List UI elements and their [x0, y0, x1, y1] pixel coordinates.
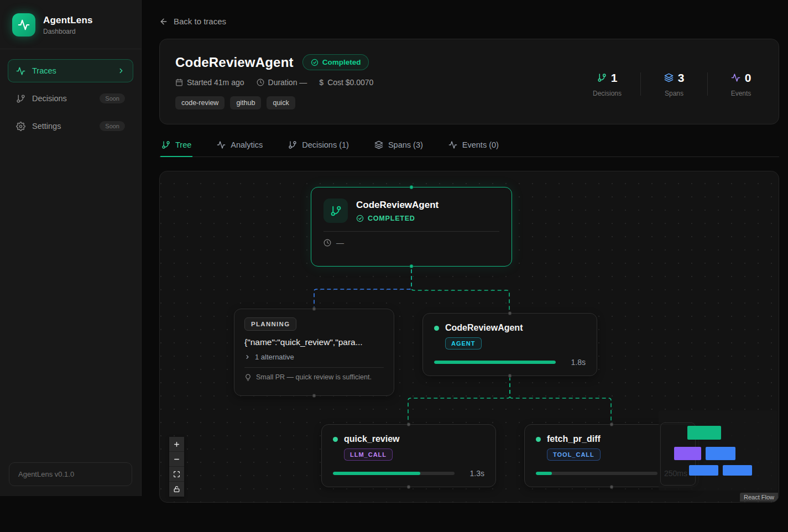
back-to-traces-link[interactable]: Back to traces	[159, 17, 226, 26]
node-status: COMPLETED	[356, 215, 439, 222]
node-title: quick_review	[344, 434, 400, 444]
activity-icon	[217, 140, 226, 149]
sidebar-item-traces[interactable]: Traces	[8, 59, 133, 82]
duration-bar-track	[434, 361, 556, 364]
node-title: fetch_pr_diff	[547, 434, 601, 444]
zoom-out-button[interactable]	[169, 452, 184, 467]
minimap-node-llm	[689, 465, 718, 476]
tab-analytics[interactable]: Analytics	[216, 137, 264, 157]
span-duration: 1.3s	[461, 469, 484, 478]
span-type-badge: LLM_CALL	[344, 448, 393, 461]
stat-value: 1	[611, 71, 618, 85]
fit-view-icon	[173, 471, 180, 478]
node-handle	[410, 185, 414, 189]
duration-bar-track	[536, 472, 657, 475]
trace-meta: Started 41m ago Duration — $ Cost $0.007…	[175, 78, 373, 87]
soon-badge: Soon	[100, 93, 125, 103]
unlock-icon	[173, 486, 180, 493]
node-root-agent[interactable]: CodeReviewAgent COMPLETED —	[311, 187, 512, 267]
tag: github	[230, 96, 261, 109]
duration-bar-fill	[333, 472, 420, 475]
tag: quick	[267, 96, 295, 109]
layers-icon	[374, 140, 383, 149]
span-type-badge: AGENT	[445, 337, 482, 350]
calendar-icon	[175, 79, 183, 86]
node-planning-decision[interactable]: PLANNING {"name":"quick_review","para...…	[234, 309, 394, 396]
tab-decisions[interactable]: Decisions (1)	[287, 137, 350, 157]
decision-type-badge: PLANNING	[244, 317, 296, 331]
lightbulb-icon	[244, 374, 252, 381]
tab-events[interactable]: Events (0)	[447, 137, 500, 157]
app-subtitle: Dashboard	[43, 28, 93, 35]
tab-spans[interactable]: Spans (3)	[373, 137, 424, 157]
tab-tree[interactable]: Tree	[160, 137, 192, 157]
nav-label: Settings	[32, 122, 93, 131]
node-handle	[610, 485, 614, 489]
duration-bar-fill	[434, 361, 556, 364]
git-branch-icon	[330, 205, 342, 217]
decision-content: {"name":"quick_review","para...	[244, 337, 384, 347]
decision-hint: Small PR — quick review is sufficient.	[244, 367, 384, 381]
stat-label: Spans	[665, 90, 683, 97]
divider	[640, 72, 641, 96]
activity-icon	[16, 66, 25, 76]
trace-stats: 1 Decisions 3 Spans 0	[587, 58, 761, 111]
app-root: AgentLens Dashboard Traces Decisions Soo…	[0, 0, 788, 532]
node-agent-span[interactable]: CodeReviewAgent AGENT 1.8s	[422, 313, 597, 376]
node-llm-span[interactable]: quick_review LLM_CALL 1.3s	[321, 424, 496, 487]
trace-header-card: CodeReviewAgent Completed Started 41m ag…	[159, 39, 779, 124]
soon-badge: Soon	[100, 121, 125, 131]
sidebar-item-settings[interactable]: Settings Soon	[8, 114, 133, 138]
app-name: AgentLens	[43, 15, 93, 26]
minimap-node-planning	[674, 447, 701, 460]
node-handle	[410, 264, 414, 268]
sidebar-item-decisions[interactable]: Decisions Soon	[8, 87, 133, 110]
layers-icon	[664, 73, 674, 82]
alternatives-toggle[interactable]: 1 alternative	[244, 353, 384, 361]
node-handle	[508, 311, 512, 315]
nav-label: Decisions	[32, 94, 93, 103]
flow-controls	[169, 437, 184, 497]
stat-value: 0	[745, 71, 752, 85]
git-branch-icon	[161, 140, 170, 149]
app-version: AgentLens v0.1.0	[9, 462, 132, 486]
span-type-badge: TOOL_CALL	[547, 448, 601, 461]
duration-bar-fill	[536, 472, 552, 475]
stat-value: 3	[678, 71, 685, 85]
node-handle	[508, 374, 512, 378]
flow-minimap[interactable]	[659, 410, 777, 491]
git-branch-icon	[597, 73, 607, 82]
trace-tags: code-review github quick	[175, 96, 373, 109]
minus-icon	[173, 456, 180, 463]
stat-label: Events	[731, 90, 752, 97]
flow-canvas[interactable]: CodeReviewAgent COMPLETED — PLANNING	[159, 171, 779, 503]
plus-icon	[173, 441, 180, 448]
node-handle	[407, 485, 411, 489]
trace-title: CodeReviewAgent	[175, 55, 294, 70]
sidebar: AgentLens Dashboard Traces Decisions Soo…	[0, 0, 142, 496]
tag: code-review	[175, 96, 225, 109]
chevron-right-icon	[244, 354, 251, 360]
nav-label: Traces	[32, 66, 111, 75]
dollar-icon: $	[319, 78, 323, 87]
tab-bar: Tree Analytics Decisions (1) Spans (3) E…	[159, 137, 779, 157]
node-handle	[610, 423, 614, 426]
sidebar-nav: Traces Decisions Soon Settings Soon	[0, 49, 141, 148]
node-title: CodeReviewAgent	[356, 200, 439, 211]
fit-view-button[interactable]	[169, 467, 184, 482]
node-title: CodeReviewAgent	[445, 323, 523, 333]
main-content: Back to traces CodeReviewAgent Completed…	[142, 0, 788, 532]
git-branch-icon	[16, 94, 25, 103]
git-branch-icon	[288, 140, 297, 149]
check-circle-icon	[311, 59, 319, 66]
stat-spans: 3 Spans	[654, 71, 694, 97]
lock-button[interactable]	[169, 482, 184, 497]
activity-icon	[18, 19, 30, 31]
node-handle	[312, 394, 316, 398]
react-flow-attribution[interactable]: React Flow	[740, 493, 778, 502]
gear-icon	[16, 122, 25, 131]
node-handle	[312, 307, 316, 311]
activity-icon	[448, 140, 457, 149]
divider	[707, 72, 708, 96]
zoom-in-button[interactable]	[169, 437, 184, 452]
